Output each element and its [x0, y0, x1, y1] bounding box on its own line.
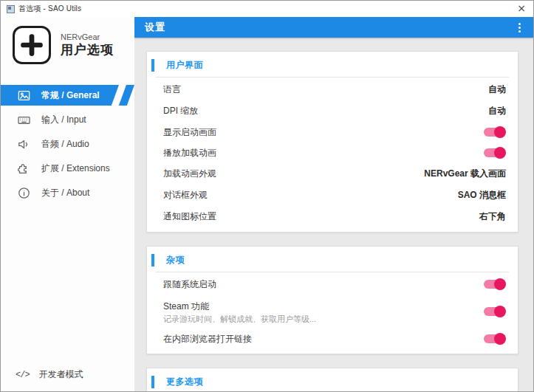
setting-value: 自动	[488, 105, 506, 117]
toggle-switch-on[interactable]	[484, 333, 506, 345]
divider	[156, 272, 509, 272]
sidebar-item-label: 输入 / Input	[41, 114, 86, 126]
close-button[interactable]: ×	[517, 2, 526, 14]
speaker-icon	[17, 137, 31, 151]
keyboard-icon	[17, 113, 31, 127]
card-user-interface: 用户界面 语言 自动 DPI 缩放 自动 显示启动画面 播放加载动画	[146, 51, 518, 233]
setting-row-autostart[interactable]: 跟随系统启动	[147, 274, 518, 295]
section-title: 杂项	[166, 254, 185, 267]
setting-row-internal-browser[interactable]: 在内部浏览器打开链接	[147, 329, 518, 349]
sidebar-item-label: 常规 / General	[41, 89, 100, 102]
sidebar-item-extensions[interactable]: 扩展 / Extensions	[1, 158, 134, 179]
sidebar-item-general[interactable]: 常规 / General	[1, 85, 134, 106]
page-title: 用户选项	[61, 42, 114, 58]
image-icon	[17, 89, 31, 103]
developer-mode-button[interactable]: </> 开发者模式	[1, 368, 134, 381]
puzzle-icon	[17, 162, 31, 176]
card-more-options: 更多选项 定制启动器... 定制默认外观，重置所有设置	[146, 368, 518, 391]
sidebar-item-label: 扩展 / Extensions	[41, 162, 110, 175]
setting-value: NERvGear 载入画面	[424, 168, 506, 180]
setting-value: SAO 消息框	[458, 189, 506, 202]
code-icon: </>	[16, 370, 30, 380]
settings-title: 设置	[145, 21, 165, 34]
divider	[156, 77, 509, 78]
sidebar: NERvGear 用户选项 常规 / General	[1, 17, 134, 391]
setting-row-play-loading-anim[interactable]: 播放加载动画	[147, 142, 518, 163]
main-panel: 设置 用户界面 语言 自动 DPI 缩放 自动	[134, 17, 533, 391]
setting-row-notify-icon-pos[interactable]: 通知图标位置 右下角	[147, 206, 518, 227]
title-bar: 首选项 - SAO Utils ×	[1, 1, 533, 17]
brand-name: NERvGear	[61, 32, 114, 42]
section-accent-bar	[151, 376, 154, 388]
setting-row-loading-anim-style[interactable]: 加载动画外观 NERvGear 载入画面	[147, 163, 518, 185]
settings-header: 设置	[134, 17, 533, 38]
sidebar-item-audio[interactable]: 音频 / Audio	[1, 134, 134, 154]
app-icon	[7, 5, 15, 13]
toggle-switch-on[interactable]	[484, 278, 506, 290]
window-title: 首选项 - SAO Utils	[18, 4, 81, 14]
sidebar-item-input[interactable]: 输入 / Input	[1, 109, 134, 130]
setting-row-dpi-scaling[interactable]: DPI 缩放 自动	[147, 100, 518, 122]
nervgear-logo	[13, 26, 51, 64]
toggle-switch-on[interactable]	[484, 126, 506, 138]
plus-icon	[13, 26, 51, 64]
section-title: 用户界面	[166, 59, 203, 72]
info-icon	[17, 186, 31, 200]
section-accent-bar	[151, 59, 154, 72]
section-title: 更多选项	[166, 376, 203, 388]
toggle-switch-on[interactable]	[484, 147, 506, 159]
settings-content: 用户界面 语言 自动 DPI 缩放 自动 显示启动画面 播放加载动画	[134, 38, 533, 391]
setting-row-dialog-style[interactable]: 对话框外观 SAO 消息框	[147, 185, 518, 206]
sidebar-menu: 常规 / General 输入 / Input	[1, 85, 134, 207]
sidebar-item-label: 关于 / About	[41, 187, 89, 199]
setting-row-language[interactable]: 语言 自动	[147, 79, 518, 100]
toggle-switch-on[interactable]	[484, 306, 506, 317]
card-miscellaneous: 杂项 跟随系统启动 Steam 功能 记录游玩时间、解锁成就、获取用户等级...…	[146, 246, 518, 354]
preferences-window: 首选项 - SAO Utils × NERvGear 用户选项	[0, 0, 534, 392]
sidebar-item-about[interactable]: 关于 / About	[1, 182, 134, 203]
section-accent-bar	[151, 254, 154, 267]
logo-block: NERvGear 用户选项	[1, 17, 134, 64]
developer-mode-label: 开发者模式	[39, 368, 83, 381]
setting-value: 右下角	[479, 210, 506, 223]
kebab-menu-icon[interactable]	[514, 21, 524, 34]
setting-row-steam-features[interactable]: Steam 功能 记录游玩时间、解锁成就、获取用户等级...	[147, 295, 518, 329]
setting-row-show-splash[interactable]: 显示启动画面	[147, 122, 518, 142]
sidebar-item-label: 音频 / Audio	[41, 138, 89, 151]
setting-sublabel: 记录游玩时间、解锁成就、获取用户等级...	[163, 314, 316, 324]
setting-value: 自动	[488, 83, 506, 96]
